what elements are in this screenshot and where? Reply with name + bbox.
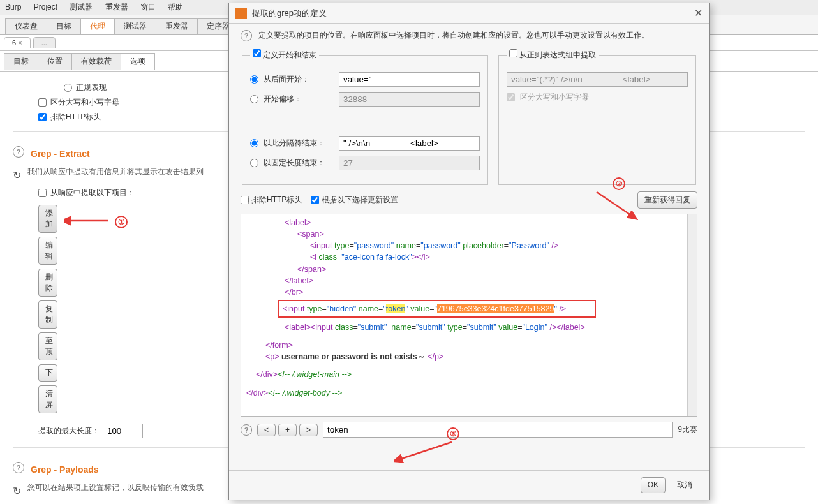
refetch-response-button[interactable]: 重新获得回复: [637, 191, 697, 209]
innertab-target[interactable]: 目标: [4, 53, 38, 70]
refresh-icon[interactable]: ↻: [13, 169, 21, 181]
grep-payloads-title: Grep - Payloads: [31, 464, 99, 475]
regex-input: [507, 72, 688, 87]
grep-extract-desc: 我们从响应中提取有用信息并将其显示在攻击结果列: [27, 167, 204, 177]
innertab-positions[interactable]: 位置: [38, 53, 72, 70]
match-count: 9比赛: [678, 424, 697, 435]
exclude-http-headers-label: 排除HTTP标头: [251, 195, 302, 205]
dialog-desc: 定义要提取的项目的位置。在响应面板中选择项目时，将自动创建相应的设置。您也可以手…: [258, 30, 649, 41]
delete-button[interactable]: 删除: [38, 269, 57, 297]
define-start-end-checkbox[interactable]: [253, 49, 261, 57]
exclude-http-headers-checkbox[interactable]: [241, 196, 249, 204]
clear-button[interactable]: 清屏: [38, 385, 57, 413]
menu-help[interactable]: 帮助: [168, 3, 183, 11]
add-button[interactable]: 添加: [38, 205, 57, 233]
prev-match-button[interactable]: <: [257, 424, 276, 436]
maxlen-label: 提取的最大长度：: [38, 426, 100, 436]
innertab-options[interactable]: 选项: [121, 53, 155, 70]
extract-items-label: 从响应中提取以下项目：: [50, 188, 135, 198]
menu-project[interactable]: Project: [34, 3, 57, 11]
response-preview[interactable]: <label> <span> <input type="password" na…: [241, 214, 697, 417]
regex-radio-label: 正规表现: [76, 82, 107, 93]
start-offset-label: 开始偏移：: [264, 94, 334, 105]
tab-repeater[interactable]: 重发器: [156, 18, 198, 34]
regex-extract-fieldset: 从正则表达式组中提取 区分大写和小写字母: [498, 49, 696, 185]
help-icon[interactable]: ?: [13, 146, 24, 158]
start-after-radio[interactable]: [250, 75, 258, 84]
refresh-icon[interactable]: ↻: [13, 485, 21, 497]
ok-button[interactable]: OK: [641, 477, 666, 493]
maxlen-input[interactable]: [105, 424, 143, 438]
tab-intruder[interactable]: 测试器: [114, 18, 156, 34]
regex-radio[interactable]: [64, 84, 72, 92]
update-on-select-label: 根据以下选择更新设置: [322, 195, 398, 205]
dialog-titlebar: 提取的grep项的定义 ✕: [229, 3, 709, 24]
grep-extract-dialog: 提取的grep项的定义 ✕ ? 定义要提取的项目的位置。在响应面板中选择项目时，…: [228, 3, 710, 500]
start-offset-input: [339, 92, 480, 107]
case-label: 区分大写和小写字母: [50, 97, 119, 108]
highlighted-token-line: <input type="hidden" name="token" value=…: [278, 300, 596, 318]
grep-extract-title: Grep - Extract: [31, 149, 90, 159]
end-fixed-radio[interactable]: [250, 159, 258, 167]
top-button[interactable]: 至顶: [38, 332, 57, 360]
scrollbar[interactable]: [687, 214, 697, 416]
burp-logo-icon: [235, 8, 247, 19]
menu-window[interactable]: 窗口: [140, 3, 156, 11]
exclude-http-checkbox[interactable]: [38, 113, 47, 121]
regex-case-checkbox: [507, 93, 515, 101]
end-fixed-input: [339, 156, 480, 170]
down-button[interactable]: 下: [38, 364, 57, 382]
define-start-end-fieldset: 定义开始和结束 从后面开始： 开始偏移： 以此分隔符结束：: [242, 49, 488, 185]
regex-extract-checkbox[interactable]: [509, 49, 517, 57]
tab-proxy[interactable]: 代理: [80, 18, 115, 34]
end-fixed-label: 以固定长度结束：: [264, 158, 334, 168]
edit-button[interactable]: 编辑: [38, 237, 57, 265]
grep-payloads-desc: 您可以在结果项上设置标记，以反映传输的有效负载: [27, 482, 204, 493]
next-match-button[interactable]: >: [299, 424, 318, 436]
cancel-button[interactable]: 取消: [671, 477, 699, 493]
close-icon[interactable]: ✕: [694, 7, 703, 19]
start-offset-radio[interactable]: [250, 95, 258, 103]
start-after-label: 从后面开始：: [264, 74, 334, 85]
innertab-payloads[interactable]: 有效载荷: [71, 53, 121, 70]
attack-tab-6[interactable]: 6 ×: [4, 37, 31, 48]
end-delim-input[interactable]: [339, 136, 480, 151]
extract-items-checkbox[interactable]: [38, 189, 47, 197]
case-checkbox[interactable]: [38, 98, 47, 107]
help-icon[interactable]: ?: [241, 424, 252, 436]
help-icon[interactable]: ?: [241, 30, 252, 41]
menu-intruder[interactable]: 测试器: [70, 3, 93, 11]
exclude-http-label: 排除HTTP标头: [50, 112, 101, 122]
start-after-input[interactable]: [339, 72, 480, 87]
define-start-end-label: 定义开始和结束: [263, 50, 316, 59]
add-match-button[interactable]: +: [278, 424, 297, 436]
search-input[interactable]: [323, 422, 673, 438]
menu-repeater[interactable]: 重发器: [105, 3, 128, 11]
update-on-select-checkbox[interactable]: [311, 196, 319, 204]
regex-extract-label: 从正则表达式组中提取: [519, 50, 596, 59]
end-delim-radio[interactable]: [250, 139, 258, 147]
menu-burp[interactable]: Burp: [5, 3, 21, 11]
regex-case-label: 区分大写和小写字母: [520, 92, 589, 103]
end-delim-label: 以此分隔符结束：: [264, 138, 334, 149]
dialog-title: 提取的grep项的定义: [252, 8, 327, 19]
tab-target[interactable]: 目标: [47, 18, 81, 34]
help-icon[interactable]: ?: [13, 462, 24, 473]
tab-dashboard[interactable]: 仪表盘: [5, 18, 47, 34]
attack-tab-more[interactable]: ...: [33, 37, 56, 48]
copy-button[interactable]: 复制: [38, 300, 57, 329]
